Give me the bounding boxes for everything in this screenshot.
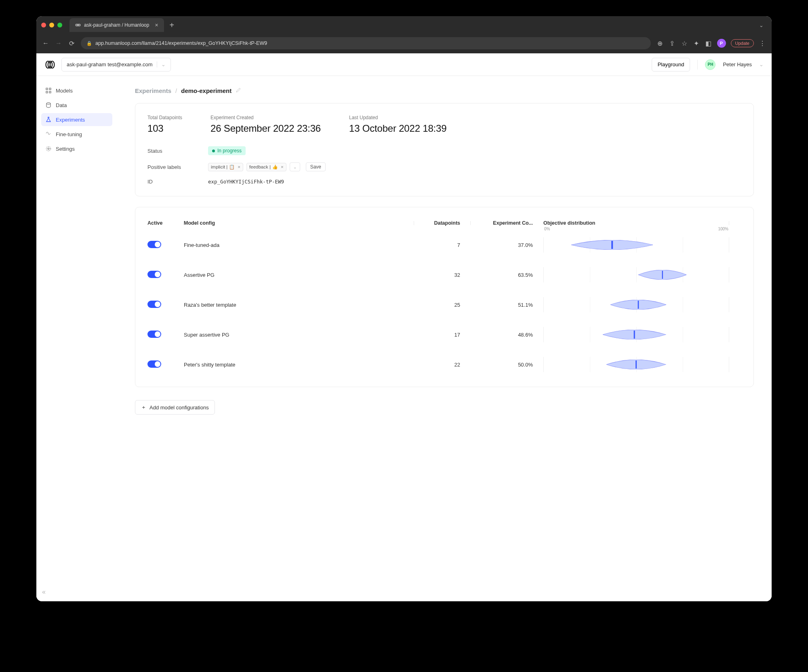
sidebar-item-data[interactable]: Data [41, 99, 112, 112]
url-text: app.humanloop.com/llama/2141/experiments… [95, 40, 267, 46]
grid-icon [45, 87, 52, 94]
add-model-config-button[interactable]: ＋ Add model configurations [135, 400, 215, 415]
svg-rect-7 [49, 88, 51, 90]
sidebar-item-label: Data [56, 102, 67, 108]
active-toggle[interactable] [147, 331, 161, 338]
breadcrumb-root[interactable]: Experiments [135, 87, 171, 94]
back-button[interactable]: ← [42, 40, 49, 47]
reload-button[interactable]: ⟳ [68, 40, 75, 47]
objective-distribution: 0%100% [543, 237, 729, 253]
sidebar-item-fine-tuning[interactable]: Fine-tuning [41, 128, 112, 141]
table-row: Raza's better template2551.1% [143, 290, 746, 320]
status-text: In progress [217, 148, 242, 154]
plus-icon: ＋ [141, 404, 146, 411]
active-toggle[interactable] [147, 360, 161, 368]
datapoints-value: 25 [414, 302, 471, 308]
active-toggle[interactable] [147, 241, 161, 248]
col-header-objective: Objective distribution [543, 220, 729, 226]
breadcrumb-separator: / [175, 87, 177, 94]
share-icon[interactable]: ⇪ [669, 40, 676, 47]
table-row: Peter's shitty template2250.0% [143, 350, 746, 379]
window-close-button[interactable] [41, 23, 46, 27]
svg-point-10 [46, 103, 50, 104]
chip-dropdown-button[interactable]: ⌄ [290, 162, 300, 171]
svg-point-12 [46, 147, 51, 151]
chevron-down-icon[interactable]: ⌄ [759, 61, 764, 67]
chip-remove-icon[interactable]: × [280, 164, 284, 169]
objective-distribution [543, 357, 729, 372]
project-name: ask-paul-graham test@example.com [67, 61, 153, 67]
browser-profile-avatar[interactable]: P [717, 39, 726, 48]
kebab-menu-icon[interactable]: ⋮ [759, 40, 766, 47]
tab-close-icon[interactable]: × [152, 22, 158, 28]
tabs-overflow-icon[interactable]: ⌄ [756, 22, 767, 28]
playground-button[interactable]: Playground [652, 58, 690, 72]
sidebar-item-experiments[interactable]: Experiments [41, 113, 112, 126]
browser-tab[interactable]: ask-paul-graham / Humanloop × [69, 18, 164, 32]
user-name: Peter Hayes [723, 61, 752, 67]
add-button-label: Add model configurations [149, 404, 209, 411]
new-tab-button[interactable]: + [164, 21, 180, 30]
search-icon[interactable]: ⊕ [656, 40, 664, 47]
pencil-icon[interactable] [236, 87, 241, 94]
svg-point-11 [48, 148, 49, 150]
stat-value: 13 October 2022 18:39 [349, 123, 446, 134]
save-button[interactable]: Save [306, 162, 326, 171]
user-avatar[interactable]: PH [705, 59, 715, 70]
violin-plot [638, 270, 687, 280]
sidebar-item-label: Fine-tuning [56, 131, 82, 137]
browser-update-button[interactable]: Update [731, 39, 754, 47]
sidepanel-icon[interactable]: ◧ [705, 40, 712, 47]
model-config-name: Fine-tuned-ada [184, 242, 414, 248]
sidebar-item-settings[interactable]: Settings [41, 142, 112, 155]
address-bar[interactable]: 🔒 app.humanloop.com/llama/2141/experimen… [81, 37, 651, 49]
stat-value: 103 [147, 123, 182, 134]
active-toggle[interactable] [147, 271, 161, 278]
svg-rect-8 [46, 91, 48, 93]
stat-label: Total Datapoints [147, 115, 182, 120]
chip-text: implicit | [211, 164, 227, 169]
active-toggle[interactable] [147, 301, 161, 308]
sidebar-collapse-button[interactable]: « [42, 588, 46, 596]
col-header-datapoints: Datapoints [414, 220, 471, 226]
datapoints-value: 32 [414, 272, 471, 278]
clipboard-icon: 📋 [229, 164, 235, 170]
model-config-name: Peter's shitty template [184, 362, 414, 368]
forward-button[interactable]: → [55, 40, 62, 47]
stat-label: Experiment Created [210, 115, 321, 120]
chip-implicit[interactable]: implicit | 📋 × [208, 163, 243, 171]
window-maximize-button[interactable] [57, 23, 62, 27]
table-body: Fine-tuned-ada737.0%0%100%Assertive PG32… [143, 230, 746, 379]
extensions-icon[interactable]: ✦ [693, 40, 700, 47]
sidebar-item-models[interactable]: Models [41, 84, 112, 97]
axis-min: 0% [544, 227, 550, 231]
project-selector[interactable]: ask-paul-graham test@example.com ⌄ [61, 58, 171, 72]
chip-text: feedback | [249, 164, 271, 169]
svg-rect-6 [46, 88, 48, 90]
col-header-model-config: Model config [184, 220, 414, 226]
objective-distribution [543, 297, 729, 312]
sidebar: Models Data Experiments Fine-tuning [36, 76, 117, 601]
model-config-name: Raza's better template [184, 302, 414, 308]
summary-card: Total Datapoints 103 Experiment Created … [135, 103, 754, 196]
bookmark-icon[interactable]: ☆ [681, 40, 688, 47]
database-icon [45, 102, 52, 108]
browser-toolbar: ← → ⟳ 🔒 app.humanloop.com/llama/2141/exp… [36, 34, 772, 53]
breadcrumb: Experiments / demo-experiment [135, 87, 754, 94]
experiment-id-value: exp_GoYHKYIjCSiFhk-tP-EW9 [208, 179, 741, 185]
window-minimize-button[interactable] [49, 23, 54, 27]
chevron-down-icon: ⌄ [157, 61, 166, 67]
violin-plot [610, 300, 666, 310]
experiment-value: 50.0% [471, 362, 543, 368]
sidebar-item-label: Models [56, 88, 73, 94]
violin-plot [606, 360, 666, 369]
model-configs-card: Active Model config Datapoints Experimen… [135, 207, 754, 387]
toolbar-right: ⊕ ⇪ ☆ ✦ ◧ P Update ⋮ [656, 39, 766, 48]
chip-remove-icon[interactable]: × [236, 164, 240, 169]
chip-feedback[interactable]: feedback | 👍 × [246, 163, 286, 171]
lock-icon: 🔒 [86, 41, 92, 46]
loop-icon [45, 131, 52, 137]
app-header: ask-paul-graham test@example.com ⌄ Playg… [36, 53, 772, 76]
sidebar-item-label: Experiments [56, 117, 85, 123]
table-row: Fine-tuned-ada737.0%0%100% [143, 230, 746, 260]
